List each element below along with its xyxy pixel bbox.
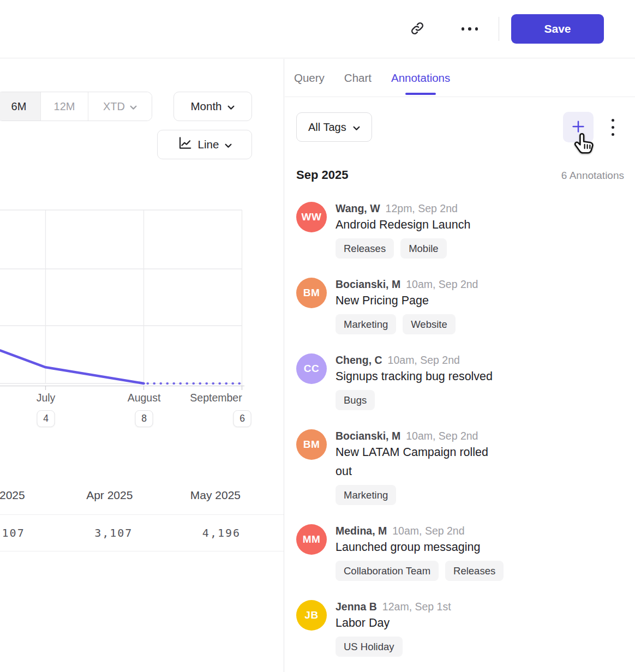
group-month-label: Sep 2025 <box>296 168 348 182</box>
avatar: JB <box>296 600 327 631</box>
annotation-count-badge[interactable]: 4 <box>37 410 55 427</box>
range-option-12m[interactable]: 12M <box>40 92 88 121</box>
copy-link-button[interactable] <box>407 19 428 39</box>
avatar: BM <box>296 429 327 460</box>
tag-pill[interactable]: Releases <box>445 561 504 581</box>
table-value-row: 107 3,107 4,196 <box>0 514 241 551</box>
annotation-time: 12pm, Sep 2nd <box>386 202 458 215</box>
x-tick-label: August <box>128 392 161 404</box>
annotations-toolbar: All Tags <box>296 112 616 142</box>
avatar: MM <box>296 524 327 555</box>
annotation-item[interactable]: WW Wang, W 12pm, Sep 2nd Android Redesig… <box>296 202 624 259</box>
annotation-tags: MarketingWebsite <box>336 314 478 334</box>
annotation-item[interactable]: BM Bocianski, M 10am, Sep 2nd New Pricin… <box>296 278 624 334</box>
annotation-meta: Bocianski, M 10am, Sep 2nd <box>336 429 499 442</box>
annotation-tags: Marketing <box>336 485 499 505</box>
annotation-body: Cheng, C 10am, Sep 2nd Signups tracking … <box>336 353 493 410</box>
avatar-initials: BM <box>303 287 320 299</box>
tab-query[interactable]: Query <box>294 59 325 97</box>
annotation-item[interactable]: BM Bocianski, M 10am, Sep 2nd New LATAM … <box>296 429 624 505</box>
tag-filter-dropdown[interactable]: All Tags <box>296 112 372 142</box>
annotations-menu-button[interactable] <box>609 116 616 138</box>
annotation-author: Wang, W <box>336 202 380 215</box>
chart-line-solid <box>1 351 144 383</box>
chart-type-dropdown[interactable]: Line <box>157 130 252 159</box>
annotation-tags: ReleasesMobile <box>336 238 470 259</box>
chart-panel: 6M 12M XTD Month Line <box>0 59 284 672</box>
range-option-xtd-label: XTD <box>103 100 125 113</box>
annotations-panel: Query Chart Annotations All Tags <box>285 59 635 672</box>
table-value-cell: 3,107 <box>25 526 133 539</box>
annotation-meta: Bocianski, M 10am, Sep 2nd <box>336 278 478 291</box>
tab-annotations[interactable]: Annotations <box>391 59 450 97</box>
avatar: CC <box>296 353 327 384</box>
annotation-item[interactable]: CC Cheng, C 10am, Sep 2nd Signups tracki… <box>296 353 624 410</box>
avatar: BM <box>296 278 327 308</box>
annotation-author: Cheng, C <box>336 353 382 367</box>
tag-pill[interactable]: Mobile <box>400 238 447 259</box>
avatar: WW <box>296 202 327 232</box>
table-value-cell: 4,196 <box>133 526 241 539</box>
tag-pill[interactable]: Releases <box>336 238 394 259</box>
annotation-title: Labor Day <box>336 614 451 633</box>
tag-pill[interactable]: US Holiday <box>336 637 403 657</box>
tag-pill[interactable]: Marketing <box>336 485 396 505</box>
annotation-body: Jenna B 12am, Sep 1st Labor Day US Holid… <box>336 600 451 657</box>
topbar: Save <box>0 0 635 58</box>
tag-filter-label: All Tags <box>308 121 346 134</box>
annotation-item[interactable]: MM Medina, M 10am, Sep 2nd Launched grou… <box>296 524 624 581</box>
tag-pill[interactable]: Bugs <box>336 390 375 410</box>
annotation-body: Bocianski, M 10am, Sep 2nd New LATAM Cam… <box>336 429 499 505</box>
tab-chart[interactable]: Chart <box>344 59 372 97</box>
line-chart-icon <box>177 136 192 153</box>
annotation-title: Android Redesign Launch <box>336 215 470 235</box>
app-root: Save 6M 12M XTD Month <box>0 0 635 672</box>
more-actions-button[interactable] <box>457 22 482 36</box>
annotation-time: 10am, Sep 2nd <box>406 429 478 442</box>
group-count-label: 6 Annotations <box>561 170 624 182</box>
link-icon <box>410 21 425 38</box>
annotation-title: New LATAM Campaign rolled out <box>336 443 499 481</box>
save-button[interactable]: Save <box>511 14 604 44</box>
annotation-meta: Medina, M 10am, Sep 2nd <box>336 524 504 537</box>
range-option-6m[interactable]: 6M <box>0 92 40 121</box>
annotation-body: Medina, M 10am, Sep 2nd Launched group m… <box>336 524 504 581</box>
tag-pill[interactable]: Marketing <box>336 314 396 334</box>
tag-pill[interactable]: Website <box>403 314 456 334</box>
chart-type-label: Line <box>198 138 219 151</box>
annotation-count-badge[interactable]: 8 <box>135 410 153 427</box>
tag-pill[interactable]: Collaboration Team <box>336 561 439 581</box>
annotation-title: Signups tracking bug resolved <box>336 367 493 386</box>
annotation-list: WW Wang, W 12pm, Sep 2nd Android Redesig… <box>296 202 624 657</box>
table-divider <box>0 551 284 551</box>
annotation-time: 10am, Sep 2nd <box>392 524 464 537</box>
annotation-item[interactable]: JB Jenna B 12am, Sep 1st Labor Day US Ho… <box>296 600 624 657</box>
annotation-title: Launched group messaging <box>336 538 499 557</box>
annotation-author: Bocianski, M <box>336 278 400 291</box>
line-chart <box>0 207 256 398</box>
table-value-cell: 107 <box>0 526 25 539</box>
table-header-cell: May 2025 <box>133 489 241 502</box>
annotation-tags: US Holiday <box>336 637 451 657</box>
add-annotation-button[interactable] <box>563 112 594 142</box>
chevron-down-icon <box>130 100 137 113</box>
annotation-group-header: Sep 2025 6 Annotations <box>296 168 624 182</box>
more-icon <box>462 27 478 31</box>
granularity-label: Month <box>191 100 222 113</box>
annotation-meta: Wang, W 12pm, Sep 2nd <box>336 202 470 215</box>
topbar-divider <box>499 17 499 41</box>
annotation-meta: Jenna B 12am, Sep 1st <box>336 600 451 613</box>
annotation-meta: Cheng, C 10am, Sep 2nd <box>336 353 493 367</box>
annotation-title: New Pricing Page <box>336 291 478 310</box>
avatar-initials: BM <box>303 439 320 451</box>
annotation-time: 12am, Sep 1st <box>382 600 451 613</box>
annotation-author: Medina, M <box>336 524 387 537</box>
range-option-xtd[interactable]: XTD <box>88 92 152 121</box>
x-tick-label: September <box>190 392 242 404</box>
annotation-body: Wang, W 12pm, Sep 2nd Android Redesign L… <box>336 202 470 259</box>
granularity-dropdown[interactable]: Month <box>173 92 252 121</box>
annotation-tags: Bugs <box>336 390 493 410</box>
x-tick-label: July <box>37 392 56 404</box>
table-header-cell: 2025 <box>0 489 25 502</box>
annotation-count-badge[interactable]: 6 <box>233 410 251 427</box>
